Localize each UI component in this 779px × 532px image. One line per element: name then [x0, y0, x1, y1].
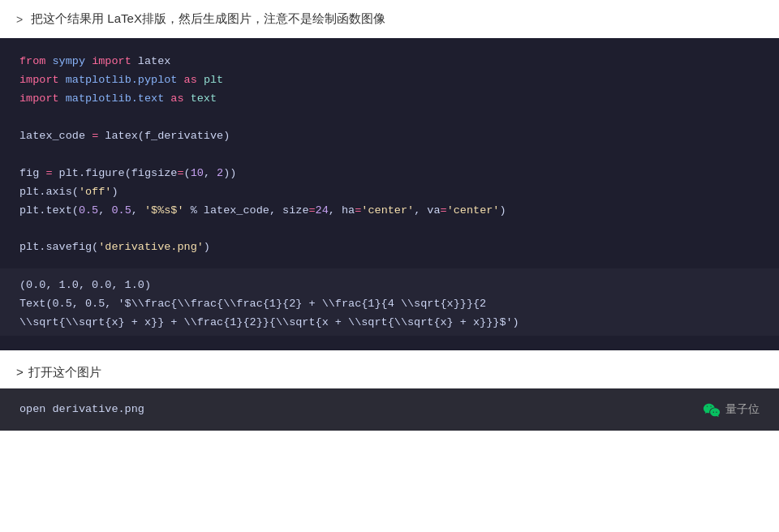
blank-1: [19, 109, 760, 127]
code-line-6: plt.axis('off'): [19, 183, 760, 202]
code-line-2: import matplotlib.pyplot as plt: [19, 71, 760, 90]
brand-name: 量子位: [725, 400, 760, 419]
section2-title: 打开这个图片: [28, 365, 101, 379]
code-line-1: from sympy import latex: [19, 53, 760, 71]
shell-block: open derivative.png 量子位: [0, 388, 779, 431]
section1-arrow: >: [16, 13, 23, 26]
code-line-8: plt.savefig('derivative.png'): [19, 238, 760, 257]
output-line-3: \\sqrt{\\sqrt{x} + x}} + \\frac{1}{2}}{\…: [19, 314, 760, 332]
page-container: > 把这个结果用 LaTeX排版，然后生成图片，注意不是绘制函数图像 from …: [0, 0, 779, 532]
code-block: from sympy import latex import matplotli…: [0, 38, 779, 350]
code-line-3: import matplotlib.text as text: [19, 90, 760, 109]
section2-header: > 打开这个图片: [0, 350, 779, 388]
output-line-1: (0.0, 1.0, 0.0, 1.0): [19, 277, 760, 295]
blank-3: [19, 220, 760, 238]
section1-header: > 把这个结果用 LaTeX排版，然后生成图片，注意不是绘制函数图像: [0, 0, 779, 38]
code-line-4: latex_code = latex(f_derivative): [19, 127, 760, 146]
section1-title: 把这个结果用 LaTeX排版，然后生成图片，注意不是绘制函数图像: [31, 11, 385, 27]
code-line-5: fig = plt.figure(figsize=(10, 2)): [19, 165, 760, 183]
blank-2: [19, 146, 760, 165]
section2-arrow: >: [16, 365, 24, 379]
output-line-2: Text(0.5, 0.5, '$\\frac{\\frac{\\frac{1}…: [19, 295, 760, 314]
wechat-icon: [703, 401, 721, 418]
output-area: (0.0, 1.0, 0.0, 1.0) Text(0.5, 0.5, '$\\…: [0, 268, 779, 336]
code-line-7: plt.text(0.5, 0.5, '$%s$' % latex_code, …: [19, 202, 760, 221]
brand-watermark: 量子位: [703, 400, 760, 419]
shell-command: open derivative.png: [19, 401, 144, 419]
